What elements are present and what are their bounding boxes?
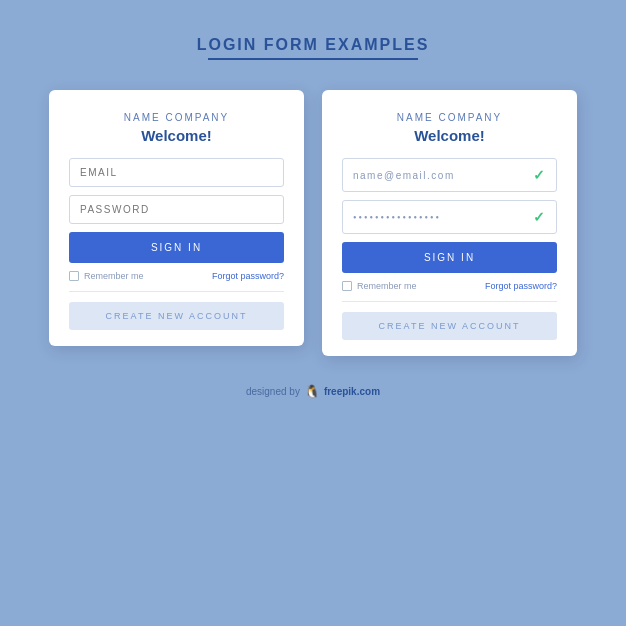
email-field-1[interactable] bbox=[69, 158, 284, 187]
page-title: LOGIN FORM EXAMPLES bbox=[197, 36, 430, 54]
cards-container: NAME COMPANY Welcome! SIGN IN Remember m… bbox=[49, 90, 577, 356]
sign-in-button-2[interactable]: SIGN IN bbox=[342, 242, 557, 273]
checkbox-2[interactable] bbox=[342, 281, 352, 291]
remember-label-1: Remember me bbox=[84, 271, 144, 281]
email-field-filled-2[interactable]: name@email.com ✓ bbox=[342, 158, 557, 192]
sign-in-button-1[interactable]: SIGN IN bbox=[69, 232, 284, 263]
bottom-row-2: Remember me Forgot password? bbox=[342, 281, 557, 291]
footer-logo-icon: 🐧 bbox=[304, 384, 320, 399]
forgot-password-1[interactable]: Forgot password? bbox=[212, 271, 284, 281]
email-value-2: name@email.com bbox=[353, 170, 533, 181]
title-underline bbox=[208, 58, 417, 60]
password-field-filled-2[interactable]: •••••••••••••••• ✓ bbox=[342, 200, 557, 234]
create-account-button-1[interactable]: CREATE NEW ACCOUNT bbox=[69, 302, 284, 330]
company-name-2: NAME COMPANY bbox=[397, 112, 503, 123]
divider-1 bbox=[69, 291, 284, 292]
checkbox-1[interactable] bbox=[69, 271, 79, 281]
login-card-1: NAME COMPANY Welcome! SIGN IN Remember m… bbox=[49, 90, 304, 346]
forgot-password-2[interactable]: Forgot password? bbox=[485, 281, 557, 291]
footer-text: designed by bbox=[246, 386, 300, 397]
password-field-1[interactable] bbox=[69, 195, 284, 224]
divider-2 bbox=[342, 301, 557, 302]
remember-me-1: Remember me bbox=[69, 271, 144, 281]
check-icon-email: ✓ bbox=[533, 167, 547, 183]
page-header: LOGIN FORM EXAMPLES bbox=[197, 36, 430, 60]
check-icon-password: ✓ bbox=[533, 209, 547, 225]
login-card-2: NAME COMPANY Welcome! name@email.com ✓ •… bbox=[322, 90, 577, 356]
welcome-text-2: Welcome! bbox=[414, 127, 485, 144]
company-name-1: NAME COMPANY bbox=[124, 112, 230, 123]
welcome-text-1: Welcome! bbox=[141, 127, 212, 144]
remember-me-2: Remember me bbox=[342, 281, 417, 291]
footer-brand: freepik.com bbox=[324, 386, 380, 397]
create-account-button-2[interactable]: CREATE NEW ACCOUNT bbox=[342, 312, 557, 340]
remember-label-2: Remember me bbox=[357, 281, 417, 291]
bottom-row-1: Remember me Forgot password? bbox=[69, 271, 284, 281]
footer: designed by 🐧 freepik.com bbox=[246, 384, 380, 417]
password-value-2: •••••••••••••••• bbox=[353, 212, 533, 223]
